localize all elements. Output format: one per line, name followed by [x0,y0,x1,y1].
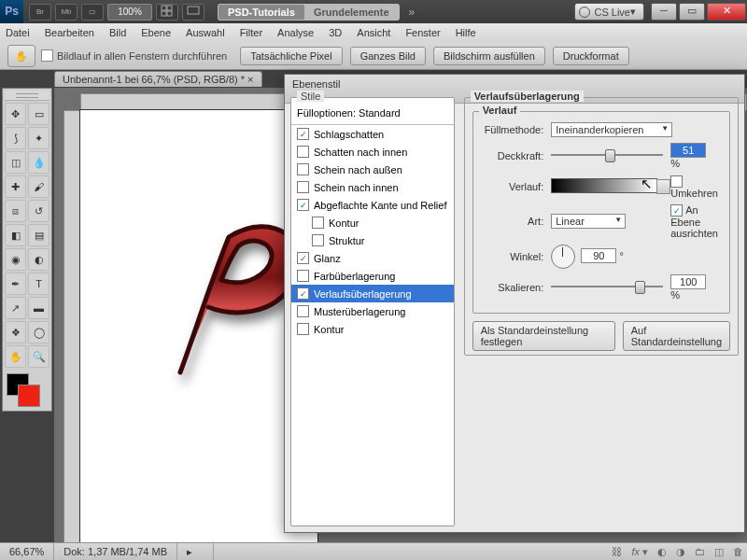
menu-fenster[interactable]: Fenster [405,27,440,38]
more-workspaces-icon[interactable]: » [409,6,416,19]
status-doc-size[interactable]: Dok: 1,37 MB/1,74 MB [54,543,177,560]
workspace-switcher[interactable]: PSD-Tutorials Grundelemente [218,4,400,21]
style-checkbox[interactable] [297,270,309,282]
menu-analyse[interactable]: Analyse [277,27,314,38]
whole-image-button[interactable]: Ganzes Bild [350,47,426,65]
align-checkbox[interactable]: ✓ [670,204,683,217]
menu-bild[interactable]: Bild [109,27,126,38]
gradient-tool-icon[interactable]: ▤ [28,224,49,246]
style-checkbox[interactable]: ✓ [297,287,309,300]
opacity-slider[interactable] [551,149,663,161]
dodge-tool-icon[interactable]: ◐ [28,248,49,271]
trash-icon[interactable]: 🗑 [733,546,743,558]
status-zoom[interactable]: 66,67% [0,543,54,560]
style-checkbox[interactable] [312,234,324,246]
adjustment-icon[interactable]: ◑ [676,546,685,558]
gradient-preview[interactable] [551,178,657,193]
shape-tool-icon[interactable]: ▬ [28,297,49,319]
type-tool-icon[interactable]: T [28,273,49,295]
menu-ansicht[interactable]: Ansicht [357,27,390,38]
menu-3d[interactable]: 3D [329,27,342,38]
style-row[interactable]: ✓Glanz [291,249,454,267]
zoom-tool-icon[interactable]: 🔍 [28,345,49,368]
link-icon[interactable]: ⛓ [612,546,622,558]
close-button[interactable]: ✕ [707,3,746,21]
style-row[interactable]: Schein nach innen [291,178,454,196]
style-row[interactable]: Struktur [291,231,454,249]
camera-tool-icon[interactable]: ◯ [28,321,49,343]
menu-datei[interactable]: Datei [6,27,30,38]
minimize-button[interactable]: ─ [651,3,677,21]
screen-icon[interactable] [182,4,204,21]
menu-filter[interactable]: Filter [240,27,262,38]
menu-hilfe[interactable]: Hilfe [456,27,476,38]
style-row[interactable]: Musterüberlagerung [291,302,454,320]
heal-tool-icon[interactable]: ✚ [5,175,26,198]
style-checkbox[interactable] [297,323,309,335]
opacity-field[interactable]: 51 [670,143,706,158]
arrange-icon[interactable] [156,4,178,21]
style-checkbox[interactable] [297,305,309,317]
reset-default-button[interactable]: Auf Standardeinstellung [623,321,730,351]
style-checkbox[interactable]: ✓ [297,252,309,264]
style-row[interactable]: ✓Verlaufsüberlagerung [291,285,454,302]
eraser-tool-icon[interactable]: ◧ [5,224,26,246]
print-format-button[interactable]: Druckformat [553,47,629,65]
3d-tool-icon[interactable]: ❖ [5,321,26,343]
stamp-tool-icon[interactable]: ⧇ [5,200,26,222]
fill-options[interactable]: Fülloptionen: Standard [291,104,454,125]
style-row[interactable]: Farbüberlagerung [291,267,454,285]
scroll-all-checkbox[interactable] [41,49,53,62]
style-row[interactable]: Schein nach außen [291,161,454,178]
cs-live-button[interactable]: CS Live ▾ [574,3,644,21]
angle-dial[interactable] [551,245,575,269]
reverse-checkbox[interactable] [670,175,683,188]
minibridge-icon[interactable]: Mb [55,4,78,21]
folder-icon[interactable]: 🗀 [695,546,705,558]
mask-icon[interactable]: ◐ [657,546,667,558]
pen-tool-icon[interactable]: ✒ [5,273,26,295]
actual-pixels-button[interactable]: Tatsächliche Pixel [240,47,342,65]
scale-field[interactable]: 100 [670,274,706,289]
menu-auswahl[interactable]: Auswahl [186,27,225,38]
screenmode-icon[interactable]: ▭ [81,4,104,21]
status-arrow-icon[interactable]: ▸ [177,543,214,560]
brush-tool-icon[interactable]: 🖌 [28,175,49,198]
fill-screen-button[interactable]: Bildschirm ausfüllen [433,47,545,65]
style-row[interactable]: ✓Abgeflachte Kante und Relief [291,196,454,214]
style-checkbox[interactable]: ✓ [297,199,309,211]
fx-icon[interactable]: fx ▾ [631,546,648,558]
blur-tool-icon[interactable]: ◉ [5,248,26,271]
history-brush-icon[interactable]: ↺ [28,200,49,222]
style-row[interactable]: Schatten nach innen [291,143,454,161]
workspace-tab-active[interactable]: PSD-Tutorials [218,5,304,20]
marquee-tool-icon[interactable]: ▭ [28,103,49,125]
background-color[interactable] [18,385,40,407]
style-checkbox[interactable] [297,163,309,175]
scale-slider[interactable] [551,281,663,292]
color-swatches[interactable] [5,371,49,409]
toolbox-grip[interactable] [5,91,49,101]
hand-tool2-icon[interactable]: ✋ [5,345,26,368]
move-tool-icon[interactable]: ✥ [5,103,26,125]
zoom-field[interactable]: 100% [107,4,152,21]
blend-mode-select[interactable]: Ineinanderkopieren [551,122,672,137]
style-checkbox[interactable]: ✓ [297,128,309,140]
crop-tool-icon[interactable]: ◫ [5,151,26,174]
hand-tool-icon[interactable]: ✋ [7,45,35,67]
path-tool-icon[interactable]: ↗ [5,297,26,319]
workspace-tab[interactable]: Grundelemente [304,5,399,20]
document-tab[interactable]: Unbenannt-1 bei 66,7% (PSD, RGB/8) * × [54,71,262,87]
style-checkbox[interactable] [297,181,309,193]
bridge-icon[interactable]: Br [29,4,51,21]
style-checkbox[interactable] [312,217,324,229]
eyedropper-tool-icon[interactable]: 💧 [28,151,49,174]
style-checkbox[interactable] [297,146,309,158]
new-layer-icon[interactable]: ◫ [714,546,724,558]
angle-field[interactable]: 90 [581,248,616,263]
set-default-button[interactable]: Als Standardeinstellung festlegen [472,321,615,351]
style-row[interactable]: Kontur [291,214,454,231]
lasso-tool-icon[interactable]: ⟆ [5,127,26,149]
app-icon[interactable]: Ps [0,0,23,23]
wand-tool-icon[interactable]: ✦ [28,127,49,149]
